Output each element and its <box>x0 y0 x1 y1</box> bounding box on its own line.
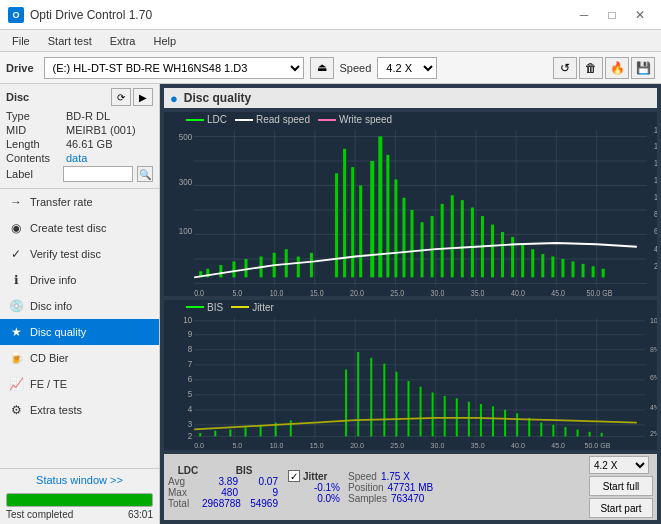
maximize-button[interactable]: □ <box>599 5 625 25</box>
start-part-button[interactable]: Start part <box>589 498 653 518</box>
svg-rect-134 <box>395 371 397 436</box>
jitter-avg: -0.1% <box>304 482 340 493</box>
total-label: Total <box>168 498 198 509</box>
svg-rect-144 <box>516 413 518 436</box>
read-legend-color <box>235 119 253 121</box>
menubar: File Start test Extra Help <box>0 30 661 52</box>
max-bis: 9 <box>242 487 278 498</box>
svg-rect-65 <box>471 208 474 278</box>
app-icon: O <box>8 7 24 23</box>
max-ldc: 480 <box>202 487 238 498</box>
ldc-legend-color <box>186 119 204 121</box>
disc-section-title: Disc <box>6 91 29 103</box>
svg-rect-126 <box>244 427 246 436</box>
mid-label: MID <box>6 124 66 136</box>
svg-rect-62 <box>441 204 444 277</box>
disc-icon-btn-2[interactable]: ▶ <box>133 88 153 106</box>
nav-cd-bier[interactable]: 🍺 CD Bier <box>0 345 159 371</box>
menu-start-test[interactable]: Start test <box>40 33 100 49</box>
svg-rect-132 <box>370 358 372 437</box>
svg-rect-69 <box>511 237 514 277</box>
svg-text:40.0: 40.0 <box>511 288 525 296</box>
nav-disc-info[interactable]: 💿 Disc info <box>0 293 159 319</box>
drive-action-buttons: ↺ 🗑 🔥 💾 <box>553 57 655 79</box>
nav-extra-tests-label: Extra tests <box>30 404 82 416</box>
drive-select[interactable]: (E:) HL-DT-ST BD-RE WH16NS48 1.D3 <box>44 57 304 79</box>
nav-transfer-rate[interactable]: → Transfer rate <box>0 189 159 215</box>
svg-text:2X: 2X <box>654 261 657 271</box>
svg-text:100: 100 <box>179 226 192 237</box>
svg-text:15.0: 15.0 <box>310 440 324 450</box>
label-input[interactable] <box>63 166 133 182</box>
minimize-button[interactable]: ─ <box>571 5 597 25</box>
nav-extra-tests[interactable]: ⚙ Extra tests <box>0 397 159 423</box>
nav-verify-test-disc[interactable]: ✓ Verify test disc <box>0 241 159 267</box>
save-button[interactable]: 💾 <box>631 57 655 79</box>
svg-rect-123 <box>199 433 201 436</box>
nav-drive-info[interactable]: ℹ Drive info <box>0 267 159 293</box>
svg-text:15.0: 15.0 <box>310 288 324 296</box>
svg-rect-140 <box>468 401 470 436</box>
nav-cd-bier-label: CD Bier <box>30 352 69 364</box>
type-label: Type <box>6 110 66 122</box>
speed-dropdown[interactable]: 4.2 X <box>589 456 649 474</box>
svg-rect-141 <box>480 404 482 436</box>
svg-text:25.0: 25.0 <box>390 288 404 296</box>
speed-label: Speed <box>340 62 372 74</box>
svg-text:30.0: 30.0 <box>431 288 445 296</box>
menu-extra[interactable]: Extra <box>102 33 144 49</box>
stats-bar: LDC BIS Avg 3.89 0.07 Max 480 9 Total 29… <box>164 454 657 520</box>
nav-create-test-disc-label: Create test disc <box>30 222 106 234</box>
erase-button[interactable]: 🗑 <box>579 57 603 79</box>
speed-btn-section: 4.2 X Start full Start part <box>589 456 653 518</box>
status-window-button[interactable]: Status window >> <box>0 469 159 491</box>
contents-value: data <box>66 152 87 164</box>
avg-row: Avg 3.89 0.07 <box>168 476 278 487</box>
nav-disc-info-label: Disc info <box>30 300 72 312</box>
svg-text:20.0: 20.0 <box>350 288 364 296</box>
nav-fe-te[interactable]: 📈 FE / TE <box>0 371 159 397</box>
label-search-button[interactable]: 🔍 <box>137 166 153 182</box>
svg-rect-59 <box>411 210 414 277</box>
titlebar-left: O Opti Drive Control 1.70 <box>8 7 152 23</box>
svg-rect-63 <box>451 195 454 277</box>
nav-disc-quality[interactable]: ★ Disc quality <box>0 319 159 345</box>
stats-header-row: LDC BIS <box>168 465 278 476</box>
speed-select[interactable]: 4.2 X <box>377 57 437 79</box>
avg-label: Avg <box>168 476 198 487</box>
svg-rect-127 <box>260 425 262 437</box>
jitter-section: ✓ Jitter -0.1% 0.0% <box>288 470 340 504</box>
svg-rect-70 <box>521 244 524 277</box>
total-ldc: 2968788 <box>202 498 238 509</box>
legend-ldc: LDC <box>186 114 227 125</box>
length-label: Length <box>6 138 66 150</box>
svg-text:6%: 6% <box>650 372 657 382</box>
jitter-checkbox[interactable]: ✓ <box>288 470 300 482</box>
svg-text:20.0: 20.0 <box>350 440 364 450</box>
svg-rect-67 <box>491 225 494 278</box>
svg-text:10.0: 10.0 <box>270 440 284 450</box>
refresh-button[interactable]: ↺ <box>553 57 577 79</box>
disc-header: Disc ⟳ ▶ <box>6 88 153 106</box>
svg-rect-56 <box>386 155 389 277</box>
svg-text:35.0: 35.0 <box>471 440 485 450</box>
burn-button[interactable]: 🔥 <box>605 57 629 79</box>
menu-file[interactable]: File <box>4 33 38 49</box>
svg-text:50.0 GB: 50.0 GB <box>587 288 613 296</box>
svg-rect-61 <box>431 216 434 277</box>
nav-disc-quality-label: Disc quality <box>30 326 86 338</box>
eject-button[interactable]: ⏏ <box>310 57 334 79</box>
svg-text:2%: 2% <box>650 429 657 439</box>
speed-value: 1.75 X <box>381 471 410 482</box>
titlebar: O Opti Drive Control 1.70 ─ □ ✕ <box>0 0 661 30</box>
position-row: Position 47731 MB <box>348 482 433 493</box>
max-label: Max <box>168 487 198 498</box>
svg-text:50.0 GB: 50.0 GB <box>585 440 611 450</box>
svg-text:8%: 8% <box>650 344 657 354</box>
start-full-button[interactable]: Start full <box>589 476 653 496</box>
close-button[interactable]: ✕ <box>627 5 653 25</box>
disc-icon-btn-1[interactable]: ⟳ <box>111 88 131 106</box>
svg-rect-57 <box>394 179 397 277</box>
nav-create-test-disc[interactable]: ◉ Create test disc <box>0 215 159 241</box>
menu-help[interactable]: Help <box>145 33 184 49</box>
